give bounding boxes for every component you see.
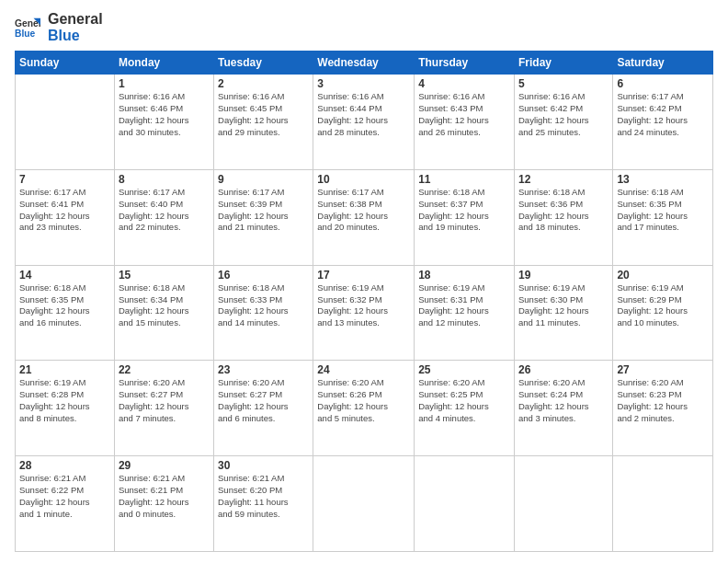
day-number: 27 [617,363,709,376]
day-cell: 23Sunrise: 6:20 AMSunset: 6:27 PMDayligh… [214,361,313,456]
day-cell: 21Sunrise: 6:19 AMSunset: 6:28 PMDayligh… [16,361,115,456]
day-number: 5 [518,77,609,90]
day-info: Sunrise: 6:19 AMSunset: 6:32 PMDaylight:… [317,282,410,329]
day-info: Sunrise: 6:19 AMSunset: 6:28 PMDaylight:… [19,377,110,424]
day-info: Sunrise: 6:17 AMSunset: 6:39 PMDaylight:… [218,187,309,234]
day-cell [415,456,515,552]
day-info: Sunrise: 6:16 AMSunset: 6:46 PMDaylight:… [119,91,210,138]
page: General Blue General Blue SundayMondayTu… [0,0,728,563]
day-info: Sunrise: 6:19 AMSunset: 6:31 PMDaylight:… [418,282,510,329]
day-info: Sunrise: 6:18 AMSunset: 6:36 PMDaylight:… [518,187,609,234]
day-info: Sunrise: 6:17 AMSunset: 6:38 PMDaylight:… [317,187,410,234]
week-row-2: 7Sunrise: 6:17 AMSunset: 6:41 PMDaylight… [16,169,713,265]
weekday-header-tuesday: Tuesday [214,52,313,75]
day-info: Sunrise: 6:18 AMSunset: 6:33 PMDaylight:… [218,282,309,329]
svg-text:Blue: Blue [15,29,36,39]
day-number: 21 [19,363,110,376]
day-info: Sunrise: 6:18 AMSunset: 6:35 PMDaylight:… [617,187,709,234]
day-cell [514,456,612,552]
day-cell [613,456,713,552]
day-cell: 20Sunrise: 6:19 AMSunset: 6:29 PMDayligh… [613,265,713,361]
day-info: Sunrise: 6:21 AMSunset: 6:21 PMDaylight:… [119,473,210,520]
day-info: Sunrise: 6:16 AMSunset: 6:45 PMDaylight:… [218,91,309,138]
day-info: Sunrise: 6:16 AMSunset: 6:43 PMDaylight:… [418,91,510,138]
day-number: 29 [119,459,210,472]
day-cell: 1Sunrise: 6:16 AMSunset: 6:46 PMDaylight… [114,75,213,170]
logo-icon: General Blue [15,15,40,40]
day-cell: 27Sunrise: 6:20 AMSunset: 6:23 PMDayligh… [613,361,713,456]
day-number: 16 [218,269,309,282]
day-cell: 22Sunrise: 6:20 AMSunset: 6:27 PMDayligh… [114,361,213,456]
day-cell: 6Sunrise: 6:17 AMSunset: 6:42 PMDaylight… [613,75,713,170]
day-cell: 30Sunrise: 6:21 AMSunset: 6:20 PMDayligh… [214,456,313,552]
day-info: Sunrise: 6:19 AMSunset: 6:30 PMDaylight:… [518,282,609,329]
day-number: 19 [518,269,609,282]
day-info: Sunrise: 6:21 AMSunset: 6:20 PMDaylight:… [218,473,309,520]
weekday-header-row: SundayMondayTuesdayWednesdayThursdayFrid… [16,52,713,75]
calendar: SundayMondayTuesdayWednesdayThursdayFrid… [15,51,713,552]
day-number: 22 [119,363,210,376]
weekday-header-saturday: Saturday [613,52,713,75]
weekday-header-friday: Friday [514,52,612,75]
day-info: Sunrise: 6:20 AMSunset: 6:23 PMDaylight:… [617,377,709,424]
day-cell [313,456,415,552]
day-number: 28 [19,459,110,472]
day-cell: 12Sunrise: 6:18 AMSunset: 6:36 PMDayligh… [514,169,612,265]
day-cell [16,75,115,170]
day-info: Sunrise: 6:16 AMSunset: 6:44 PMDaylight:… [317,91,410,138]
weekday-header-wednesday: Wednesday [313,52,415,75]
day-info: Sunrise: 6:16 AMSunset: 6:42 PMDaylight:… [518,91,609,138]
day-info: Sunrise: 6:20 AMSunset: 6:27 PMDaylight:… [119,377,210,424]
day-info: Sunrise: 6:19 AMSunset: 6:29 PMDaylight:… [617,282,709,329]
day-cell: 24Sunrise: 6:20 AMSunset: 6:26 PMDayligh… [313,361,415,456]
day-number: 7 [19,173,110,186]
day-info: Sunrise: 6:18 AMSunset: 6:34 PMDaylight:… [119,282,210,329]
day-number: 26 [518,363,609,376]
day-number: 13 [617,173,709,186]
day-cell: 29Sunrise: 6:21 AMSunset: 6:21 PMDayligh… [114,456,213,552]
day-cell: 10Sunrise: 6:17 AMSunset: 6:38 PMDayligh… [313,169,415,265]
day-cell: 17Sunrise: 6:19 AMSunset: 6:32 PMDayligh… [313,265,415,361]
day-info: Sunrise: 6:17 AMSunset: 6:40 PMDaylight:… [119,187,210,234]
weekday-header-sunday: Sunday [16,52,115,75]
day-info: Sunrise: 6:18 AMSunset: 6:35 PMDaylight:… [19,282,110,329]
day-cell: 11Sunrise: 6:18 AMSunset: 6:37 PMDayligh… [415,169,515,265]
day-number: 14 [19,269,110,282]
day-number: 23 [218,363,309,376]
day-info: Sunrise: 6:20 AMSunset: 6:27 PMDaylight:… [218,377,309,424]
week-row-1: 1Sunrise: 6:16 AMSunset: 6:46 PMDaylight… [16,75,713,170]
day-cell: 16Sunrise: 6:18 AMSunset: 6:33 PMDayligh… [214,265,313,361]
day-info: Sunrise: 6:17 AMSunset: 6:42 PMDaylight:… [617,91,709,138]
day-number: 30 [218,459,309,472]
day-cell: 2Sunrise: 6:16 AMSunset: 6:45 PMDaylight… [214,75,313,170]
day-number: 18 [418,269,510,282]
day-info: Sunrise: 6:21 AMSunset: 6:22 PMDaylight:… [19,473,110,520]
logo-blue: Blue [48,28,103,44]
day-info: Sunrise: 6:17 AMSunset: 6:41 PMDaylight:… [19,187,110,234]
day-number: 20 [617,269,709,282]
day-cell: 8Sunrise: 6:17 AMSunset: 6:40 PMDaylight… [114,169,213,265]
day-number: 17 [317,269,410,282]
day-number: 4 [418,77,510,90]
day-number: 11 [418,173,510,186]
day-number: 15 [119,269,210,282]
day-number: 10 [317,173,410,186]
header: General Blue General Blue [15,11,713,43]
day-number: 24 [317,363,410,376]
week-row-5: 28Sunrise: 6:21 AMSunset: 6:22 PMDayligh… [16,456,713,552]
day-cell: 18Sunrise: 6:19 AMSunset: 6:31 PMDayligh… [415,265,515,361]
day-number: 6 [617,77,709,90]
week-row-4: 21Sunrise: 6:19 AMSunset: 6:28 PMDayligh… [16,361,713,456]
day-cell: 25Sunrise: 6:20 AMSunset: 6:25 PMDayligh… [415,361,515,456]
day-info: Sunrise: 6:20 AMSunset: 6:25 PMDaylight:… [418,377,510,424]
day-number: 9 [218,173,309,186]
day-info: Sunrise: 6:20 AMSunset: 6:24 PMDaylight:… [518,377,609,424]
day-number: 8 [119,173,210,186]
day-info: Sunrise: 6:18 AMSunset: 6:37 PMDaylight:… [418,187,510,234]
weekday-header-monday: Monday [114,52,213,75]
day-cell: 9Sunrise: 6:17 AMSunset: 6:39 PMDaylight… [214,169,313,265]
day-cell: 3Sunrise: 6:16 AMSunset: 6:44 PMDaylight… [313,75,415,170]
day-info: Sunrise: 6:20 AMSunset: 6:26 PMDaylight:… [317,377,410,424]
day-cell: 5Sunrise: 6:16 AMSunset: 6:42 PMDaylight… [514,75,612,170]
day-cell: 4Sunrise: 6:16 AMSunset: 6:43 PMDaylight… [415,75,515,170]
